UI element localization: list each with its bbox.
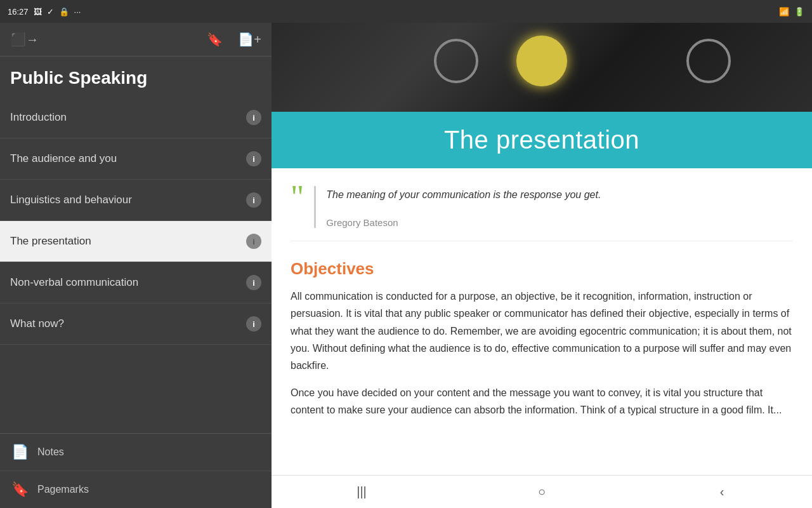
nav-label-linguistics: Linguistics and behaviour bbox=[10, 194, 132, 206]
quote-author: Gregory Bateson bbox=[326, 217, 601, 228]
hero-circle-left bbox=[434, 39, 478, 83]
content-body: " The meaning of your communication is t… bbox=[272, 168, 812, 475]
sidebar-header-icons: 🔖 📄+ bbox=[207, 32, 261, 47]
back-icon: ‹ bbox=[720, 485, 724, 499]
photo-icon: 🖼 bbox=[34, 7, 42, 17]
status-bar: 16:27 🖼 ✓ 🔒 ··· 📶 🔋 bbox=[0, 0, 812, 23]
nav-back-button[interactable]: ‹ bbox=[703, 479, 741, 505]
more-icon: ··· bbox=[74, 7, 81, 17]
notes-icon: 📄 bbox=[11, 444, 29, 460]
quote-divider bbox=[314, 186, 316, 228]
info-icon-audience[interactable]: i bbox=[246, 151, 261, 166]
content-area: The presentation " The meaning of your c… bbox=[272, 23, 812, 508]
info-icon-introduction[interactable]: i bbox=[246, 110, 261, 125]
nav-label-audience: The audience and you bbox=[10, 152, 117, 165]
sidebar-bottom: 📄 Notes 🔖 Pagemarks bbox=[0, 433, 272, 508]
nav-item-audience[interactable]: The audience and you i bbox=[0, 138, 272, 180]
info-icon-linguistics[interactable]: i bbox=[246, 192, 261, 208]
status-time: 16:27 bbox=[8, 7, 29, 17]
notes-label: Notes bbox=[37, 446, 64, 458]
nav-item-whatnow[interactable]: What now? i bbox=[0, 304, 272, 345]
nav-item-nonverbal[interactable]: Non-verbal communication i bbox=[0, 262, 272, 304]
sidebar-title: Public Speaking bbox=[0, 57, 272, 97]
pagemarks-item[interactable]: 🔖 Pagemarks bbox=[0, 471, 272, 508]
nav-items: Introduction i The audience and you i Li… bbox=[0, 97, 272, 433]
chapter-title-bar: The presentation bbox=[272, 112, 812, 168]
wifi-icon: 📶 bbox=[779, 7, 789, 17]
vpn-icon: 🔒 bbox=[59, 7, 69, 17]
status-bar-right: 📶 🔋 bbox=[779, 7, 804, 17]
hero-circle-right bbox=[686, 39, 731, 83]
nav-item-introduction[interactable]: Introduction i bbox=[0, 97, 272, 138]
nav-label-introduction: Introduction bbox=[10, 111, 67, 124]
sidebar-header: ⬛→ 🔖 📄+ bbox=[0, 23, 272, 57]
pagemarks-icon: 🔖 bbox=[11, 481, 29, 498]
hero-image bbox=[272, 23, 812, 112]
check-icon: ✓ bbox=[47, 7, 54, 17]
quote-block: " The meaning of your communication is t… bbox=[291, 186, 793, 241]
status-bar-left: 16:27 🖼 ✓ 🔒 ··· bbox=[8, 7, 81, 17]
nav-label-nonverbal: Non-verbal communication bbox=[10, 276, 138, 289]
content-paragraph-1: All communication is conducted for a pur… bbox=[291, 288, 793, 374]
chapter-title: The presentation bbox=[291, 126, 793, 154]
nav-label-presentation: The presentation bbox=[10, 235, 91, 248]
pagemarks-label: Pagemarks bbox=[37, 484, 89, 495]
info-icon-presentation[interactable]: i bbox=[246, 234, 261, 249]
battery-icon: 🔋 bbox=[794, 7, 804, 17]
sidebar: ⬛→ 🔖 📄+ Public Speaking Introduction i T… bbox=[0, 23, 272, 508]
nav-home-button[interactable]: ○ bbox=[523, 479, 561, 505]
bottom-nav: ||| ○ ‹ bbox=[272, 475, 812, 508]
nav-item-presentation[interactable]: The presentation i bbox=[0, 221, 272, 262]
quote-marks-icon: " bbox=[291, 181, 304, 214]
home-icon: ○ bbox=[538, 485, 546, 499]
hero-sun bbox=[516, 36, 567, 86]
exit-icon[interactable]: ⬛→ bbox=[10, 32, 39, 47]
info-icon-nonverbal[interactable]: i bbox=[246, 275, 261, 290]
nav-item-linguistics[interactable]: Linguistics and behaviour i bbox=[0, 180, 272, 221]
main-layout: ⬛→ 🔖 📄+ Public Speaking Introduction i T… bbox=[0, 23, 812, 508]
info-icon-whatnow[interactable]: i bbox=[246, 316, 261, 331]
add-file-icon[interactable]: 📄+ bbox=[238, 32, 261, 47]
objectives-title: Objectives bbox=[291, 259, 793, 279]
menu-icon: ||| bbox=[357, 485, 367, 499]
quote-body: The meaning of your communication is the… bbox=[326, 186, 601, 203]
nav-label-whatnow: What now? bbox=[10, 318, 64, 330]
content-paragraph-2: Once you have decided on your content an… bbox=[291, 384, 793, 418]
quote-text: The meaning of your communication is the… bbox=[326, 186, 601, 228]
add-bookmark-icon[interactable]: 🔖 bbox=[207, 32, 223, 47]
nav-menu-button[interactable]: ||| bbox=[343, 479, 381, 505]
notes-item[interactable]: 📄 Notes bbox=[0, 434, 272, 471]
